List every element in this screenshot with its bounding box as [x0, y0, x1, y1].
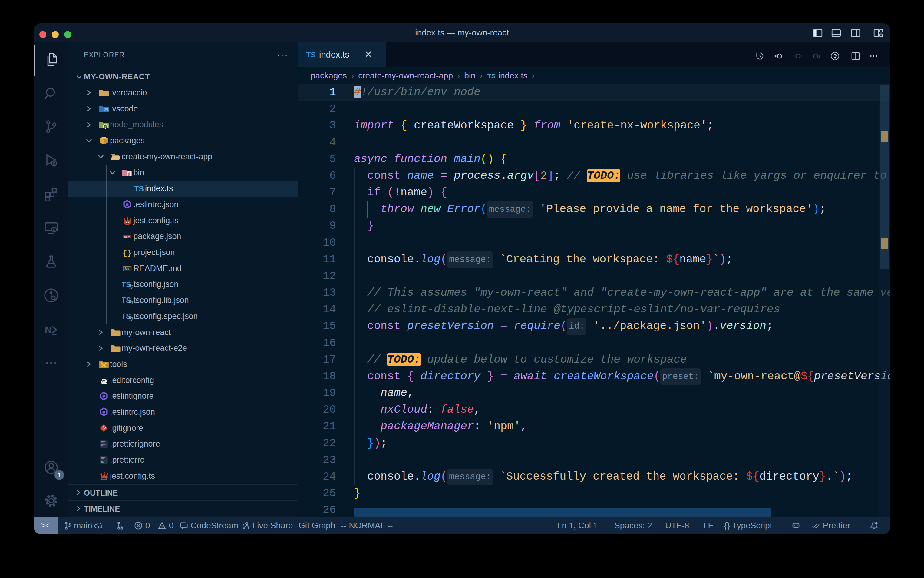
svg-text:M↓: M↓: [125, 266, 129, 271]
svg-text:TS: TS: [306, 50, 316, 59]
svg-text:TS: TS: [134, 185, 144, 193]
svg-text:10: 10: [128, 174, 131, 176]
svg-text:{}: {}: [123, 249, 132, 258]
svg-text:TS: TS: [487, 72, 495, 80]
svg-text:JS: JS: [103, 125, 107, 128]
svg-text:N: N: [45, 325, 52, 334]
svg-text:npm: npm: [124, 235, 130, 238]
